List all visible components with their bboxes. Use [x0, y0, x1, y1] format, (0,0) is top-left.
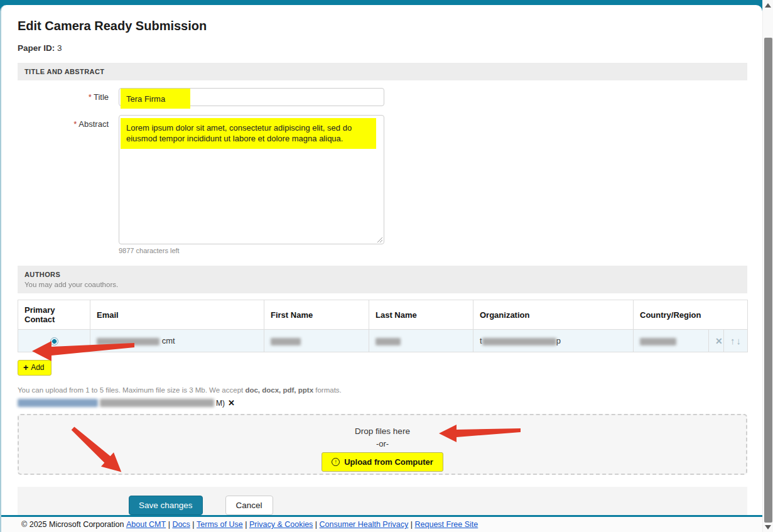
required-asterisk: * — [73, 119, 77, 129]
redacted-first-name — [271, 338, 301, 345]
paper-id-label: Paper ID: — [18, 43, 55, 53]
redacted-last-name — [376, 338, 401, 345]
section-authors-header: AUTHORS — [24, 271, 740, 278]
title-label: *Title — [18, 88, 109, 106]
scrollbar-down-arrow[interactable] — [765, 525, 771, 529]
author-row: cmt tp ✕ ↑↓ — [18, 330, 748, 352]
footer-link-terms[interactable]: Terms of Use — [197, 520, 243, 529]
vertical-scrollbar[interactable] — [762, 0, 773, 532]
scrollbar-up-arrow[interactable] — [765, 3, 771, 8]
annotation-highlight-abstract: Lorem ipsum dolor sit amet, consectetur … — [121, 118, 376, 149]
abstract-row: *Abstract Lorem ipsum dolor sit amet, co… — [18, 115, 747, 244]
remove-author-icon[interactable]: ✕ — [715, 336, 723, 346]
primary-contact-radio[interactable] — [50, 337, 58, 345]
cancel-button[interactable]: Cancel — [225, 496, 273, 515]
footer-link-about-cmt[interactable]: About CMT — [126, 520, 166, 529]
page-title: Edit Camera Ready Submission — [18, 19, 747, 33]
upload-button-label: Upload from Computer — [344, 457, 433, 467]
upload-note: You can upload from 1 to 5 files. Maximu… — [18, 386, 747, 394]
organization-suffix: p — [556, 336, 561, 345]
col-last-name: Last Name — [369, 300, 473, 330]
drop-files-text: Drop files here — [355, 426, 410, 436]
required-asterisk: * — [89, 92, 92, 102]
redacted-email — [97, 338, 159, 345]
upload-icon: ↑ — [332, 458, 340, 466]
file-visible-text: M) — [216, 399, 225, 408]
remove-file-icon[interactable]: ✕ — [228, 398, 235, 408]
section-title-abstract: TITLE AND ABSTRACT — [18, 63, 747, 80]
footer: © 2025 Microsoft Corporation About CMT |… — [1, 515, 762, 532]
footer-link-docs[interactable]: Docs — [172, 520, 190, 529]
add-author-button[interactable]: + Add — [18, 360, 51, 376]
add-button-label: Add — [31, 363, 44, 372]
textarea-resize-grip[interactable] — [376, 236, 382, 242]
uploaded-file-entry: M) ✕ — [18, 398, 747, 408]
abstract-value: Lorem ipsum dolor sit amet, consectetur … — [126, 123, 352, 143]
upload-from-computer-button[interactable]: ↑ Upload from Computer — [322, 452, 443, 472]
redacted-organization — [482, 338, 556, 345]
redacted-file-meta — [100, 399, 214, 407]
footer-link-health-privacy[interactable]: Consumer Health Privacy — [320, 520, 409, 529]
accepted-formats: doc, docx, pdf, pptx — [245, 386, 313, 394]
section-authors: AUTHORS You may add your coauthors. — [18, 266, 747, 293]
section-title-abstract-header: TITLE AND ABSTRACT — [24, 68, 740, 75]
col-primary-contact: Primary Contact — [18, 300, 90, 330]
col-organization: Organization — [473, 300, 634, 330]
save-changes-button[interactable]: Save changes — [129, 496, 203, 515]
move-author-icons[interactable]: ↑↓ — [730, 335, 742, 346]
title-value: Tera Firma — [126, 94, 165, 104]
title-input[interactable]: Tera Firma — [119, 88, 384, 106]
redacted-country — [640, 338, 676, 345]
copyright-text: © 2025 Microsoft Corporation — [21, 520, 124, 529]
footer-link-request-site[interactable]: Request Free Site — [415, 520, 478, 529]
email-visible-text: cmt — [162, 336, 175, 345]
redacted-file-link[interactable] — [18, 399, 98, 407]
characters-left: 9877 characters left — [119, 247, 747, 254]
col-country-region: Country/Region — [634, 300, 748, 330]
paper-id-value: 3 — [57, 43, 62, 53]
content-card: Edit Camera Ready Submission Paper ID: 3… — [0, 5, 762, 532]
paper-id: Paper ID: 3 — [18, 43, 747, 53]
scrollbar-thumb[interactable] — [764, 38, 772, 523]
abstract-label: *Abstract — [18, 115, 109, 244]
authors-table: Primary Contact Email First Name Last Na… — [18, 300, 748, 352]
section-authors-subtitle: You may add your coauthors. — [24, 281, 740, 288]
abstract-textarea[interactable]: Lorem ipsum dolor sit amet, consectetur … — [119, 115, 384, 244]
col-first-name: First Name — [264, 300, 369, 330]
title-row: *Title Tera Firma — [18, 88, 747, 106]
footer-link-privacy[interactable]: Privacy & Cookies — [249, 520, 313, 529]
edit-camera-ready-page: Edit Camera Ready Submission Paper ID: 3… — [0, 0, 773, 532]
annotation-highlight-title: Tera Firma — [121, 89, 190, 109]
authors-header-row: Primary Contact Email First Name Last Na… — [18, 300, 748, 330]
or-text: -or- — [376, 439, 389, 448]
col-email: Email — [90, 300, 264, 330]
plus-icon: + — [23, 362, 28, 372]
file-dropzone[interactable]: Drop files here -or- ↑ Upload from Compu… — [18, 414, 747, 475]
